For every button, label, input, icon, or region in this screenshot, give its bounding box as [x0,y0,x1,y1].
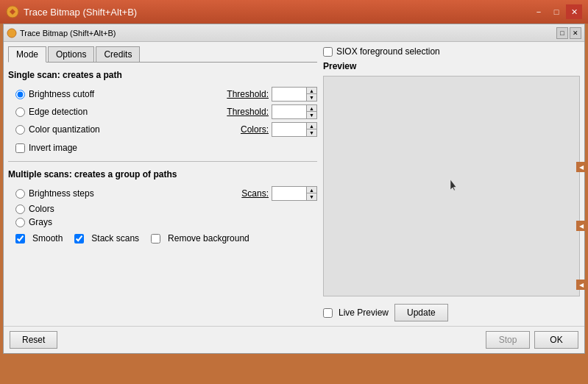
color-quantization-label: Color quantization [29,124,100,135]
brightness-steps-row: Brightness steps Scans: 8 ▲ ▼ [15,185,317,202]
edge-detection-radio[interactable] [15,107,25,117]
brightness-threshold-label: Threshold: [227,89,269,99]
section-divider [8,161,317,162]
inner-app-icon [7,28,17,38]
svg-point-1 [7,29,16,38]
siox-checkbox[interactable] [323,47,333,57]
colors-up[interactable]: ▲ [307,123,316,129]
scroll-arrow-up[interactable]: ◀ [576,162,587,172]
scans-down[interactable]: ▼ [307,193,316,200]
edge-detection-label: Edge detection [29,107,88,117]
title-bar: Trace Bitmap (Shift+Alt+B) − □ ✕ [0,0,588,24]
grays-row: Grays [15,216,317,228]
window-controls: − □ ✕ [531,4,582,19]
inner-restore-button[interactable]: □ [556,27,568,39]
smooth-label: Smooth [32,233,63,243]
ok-button[interactable]: OK [534,331,578,349]
live-preview-row: Live Preview Update [323,304,580,321]
edge-threshold-label: Threshold: [227,107,269,117]
stack-scans-label: Stack scans [91,233,139,243]
single-scan-group: Brightness cutoff Threshold: 0,450 ▲ ▼ [8,86,317,138]
edge-detection-row: Edge detection Threshold: 0,650 ▲ ▼ [15,104,317,120]
reset-button[interactable]: Reset [10,331,57,349]
inner-title-controls: □ ✕ [556,27,581,39]
invert-image-checkbox[interactable] [15,143,25,153]
inner-title-bar: Trace Bitmap (Shift+Alt+B) □ ✕ [4,24,584,42]
bottom-right-buttons: Stop OK [486,331,578,349]
scroll-arrow-mid1[interactable]: ◀ [576,221,587,231]
minimize-button[interactable]: − [531,4,547,19]
brightness-cutoff-radio[interactable] [15,90,25,99]
scans-up[interactable]: ▲ [307,187,316,193]
scans-input[interactable]: 8 [272,186,307,201]
edge-threshold-spinbox: 0,650 ▲ ▼ [272,104,317,119]
main-window: Trace Bitmap (Shift+Alt+B) □ ✕ Mode Opti… [3,24,585,354]
app-icon [6,5,19,18]
tab-credits[interactable]: Credits [96,46,140,62]
stack-scans-checkbox[interactable] [74,234,84,243]
grays-label: Grays [29,217,52,227]
multiple-scans-group: Brightness steps Scans: 8 ▲ ▼ [8,185,317,228]
brightness-threshold-spinbox: 0,450 ▲ ▼ [272,87,317,102]
brightness-steps-label: Brightness steps [29,188,94,199]
multi-colors-label: Colors [29,204,54,214]
scans-label: Scans: [241,188,269,199]
multi-colors-radio[interactable] [15,205,25,214]
brightness-cutoff-row: Brightness cutoff Threshold: 0,450 ▲ ▼ [15,86,317,102]
right-panel: SIOX foreground selection Preview Live P… [323,46,580,321]
remove-background-checkbox[interactable] [151,234,160,243]
left-panel: Mode Options Credits Single scan: create… [8,46,317,321]
color-quantization-radio[interactable] [15,125,25,135]
edge-threshold-input[interactable]: 0,650 [272,104,307,119]
options-row: Smooth Stack scans Remove background [8,231,317,246]
live-preview-checkbox[interactable] [323,308,333,318]
remove-background-label: Remove background [168,233,249,243]
colors-input[interactable]: 8 [272,122,307,137]
preview-label: Preview [323,61,580,71]
smooth-checkbox[interactable] [15,234,25,243]
edge-threshold-up[interactable]: ▲ [307,105,316,112]
close-button[interactable]: ✕ [566,4,582,19]
maximize-button[interactable]: □ [548,4,564,19]
brightness-threshold-up[interactable]: ▲ [307,88,316,94]
brightness-threshold-down[interactable]: ▼ [307,94,316,101]
colors-down[interactable]: ▼ [307,129,316,136]
edge-threshold-down[interactable]: ▼ [307,112,316,118]
tab-options[interactable]: Options [48,46,94,62]
single-scan-title: Single scan: creates a path [8,70,317,80]
inner-close-button[interactable]: ✕ [570,27,581,39]
invert-image-row: Invert image [8,141,317,155]
live-preview-label: Live Preview [339,307,389,318]
grays-radio[interactable] [15,218,25,227]
update-button[interactable]: Update [394,304,448,321]
brightness-steps-radio[interactable] [15,189,25,199]
siox-label: SIOX foreground selection [336,46,440,57]
color-quantization-row: Color quantization Colors: 8 ▲ ▼ [15,121,317,138]
tab-bar: Mode Options Credits [8,46,317,63]
invert-image-label: Invert image [29,143,77,153]
brightness-cutoff-label: Brightness cutoff [29,89,94,99]
tab-mode[interactable]: Mode [8,46,46,63]
inner-title-text: Trace Bitmap (Shift+Alt+B) [20,29,116,38]
siox-row: SIOX foreground selection [323,46,580,57]
scroll-arrow-mid2[interactable]: ◀ [576,280,587,290]
cursor-icon [449,179,458,191]
colors-spinbox: 8 ▲ ▼ [272,122,317,137]
scans-spinbox: 8 ▲ ▼ [272,186,317,201]
brightness-threshold-input[interactable]: 0,450 [272,87,307,102]
multi-colors-row: Colors [15,203,317,215]
window-title: Trace Bitmap (Shift+Alt+B) [24,7,137,18]
stop-button[interactable]: Stop [486,331,530,349]
multiple-scans-title: Multiple scans: creates a group of paths [8,169,317,179]
colors-label: Colors: [241,124,269,135]
preview-area [323,76,580,296]
bottom-bar: Reset Stop OK [4,326,584,353]
content-area: Mode Options Credits Single scan: create… [4,42,584,326]
